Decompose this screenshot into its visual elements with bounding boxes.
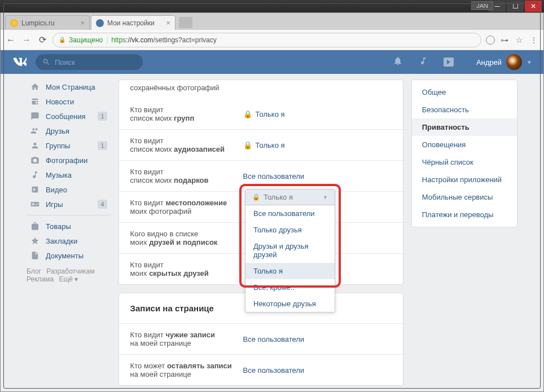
footer-devs[interactable]: Разработчикам <box>46 267 94 275</box>
left-nav: Моя Страница Новости Сообщения1 Друзья Г… <box>27 80 111 391</box>
camera-icon <box>30 156 40 165</box>
menu-icon[interactable]: ⋮ <box>529 36 539 45</box>
setting-row-others-posts: Кто видит чужие записина моей странице В… <box>119 324 403 355</box>
search-placeholder: Поиск <box>55 58 75 67</box>
user-menu[interactable]: Андрей ▼ <box>476 54 532 70</box>
tab-apps[interactable]: Настройки приложений <box>412 171 517 188</box>
groups-icon <box>30 141 40 150</box>
username-label: Андрей <box>476 58 502 67</box>
url-input[interactable]: 🔒 Защищено | https://vk.com/settings?act… <box>52 33 481 47</box>
play-button[interactable] <box>444 58 454 67</box>
extension-icon[interactable] <box>486 36 495 45</box>
setting-row-leave-posts: Кто может оставлять записина моей страни… <box>119 355 403 385</box>
lock-icon: 🔒 <box>59 37 65 43</box>
window-close-button[interactable]: ✕ <box>525 1 542 12</box>
dropdown-option[interactable]: Некоторые друзья <box>245 296 335 312</box>
footer-more[interactable]: Ещё ▾ <box>59 275 78 283</box>
dropdown-option[interactable]: Друзья и друзья друзей <box>245 238 335 263</box>
star-icon[interactable]: ☆ <box>514 36 524 45</box>
lock-icon: 🔒 <box>243 141 252 149</box>
setting-value[interactable]: Все пользователи <box>243 331 392 347</box>
nav-photos[interactable]: Фотографии <box>27 153 111 168</box>
footer-links: Блог Разработчикам Реклама Ещё ▾ <box>27 267 111 283</box>
reload-button[interactable]: ⟳ <box>37 34 48 45</box>
dropdown-selected[interactable]: 🔒 Только я ▼ <box>245 190 335 205</box>
setting-value[interactable]: 🔒Только я <box>243 105 392 122</box>
bag-icon <box>30 222 40 231</box>
setting-value[interactable]: Все пользователи <box>243 168 392 184</box>
favicon-lumpics <box>10 19 18 27</box>
setting-row-gifts: Кто видитсписок моих подарков Все пользо… <box>119 161 403 192</box>
window-maximize-button[interactable]: ☐ <box>507 1 524 12</box>
tab-label: Мои настройки <box>107 19 155 27</box>
setting-value[interactable]: Все пользователи <box>243 362 392 378</box>
chevron-down-icon: ▼ <box>323 195 328 200</box>
music-icon[interactable] <box>419 56 428 68</box>
notifications-icon[interactable] <box>393 56 403 68</box>
url-text: https://vk.com/settings?act=privacy <box>111 36 216 44</box>
titlebar-label: JAN <box>471 1 493 10</box>
new-tab-button[interactable] <box>179 17 192 28</box>
avatar <box>506 54 522 70</box>
forward-button[interactable]: → <box>21 35 32 45</box>
nav-games[interactable]: Игры4 <box>27 197 111 212</box>
tab-payments[interactable]: Платежи и переводы <box>412 206 517 223</box>
games-icon <box>30 200 40 209</box>
doc-icon <box>30 251 40 260</box>
search-input[interactable]: Поиск <box>36 54 143 70</box>
vk-header: Поиск Андрей ▼ <box>1 50 543 74</box>
home-icon <box>30 82 40 91</box>
address-bar: ← → ⟳ 🔒 Защищено | https://vk.com/settin… <box>1 30 543 50</box>
favicon-vk <box>96 19 104 27</box>
back-button[interactable]: ← <box>5 35 16 45</box>
video-icon <box>30 185 40 194</box>
badge: 4 <box>98 200 107 209</box>
nav-messages[interactable]: Сообщения1 <box>27 109 111 124</box>
nav-video[interactable]: Видео <box>27 182 111 197</box>
tab-security[interactable]: Безопасность <box>412 101 517 118</box>
lock-icon: 🔒 <box>243 110 252 118</box>
secure-label: Защищено <box>69 36 103 44</box>
nav-groups[interactable]: Группы1 <box>27 138 111 153</box>
messages-icon <box>30 112 40 121</box>
setting-row-truncated: сохранённых фотографий <box>119 80 403 99</box>
badge: 1 <box>98 141 107 150</box>
window-titlebar: JAN ─ ☐ ✕ <box>0 0 544 12</box>
dropdown-option[interactable]: Все, кроме.. <box>245 279 335 296</box>
tab-blacklist[interactable]: Чёрный список <box>412 153 517 171</box>
nav-docs[interactable]: Документы <box>27 248 111 263</box>
nav-bookmarks[interactable]: Закладки <box>27 234 111 248</box>
nav-music[interactable]: Музыка <box>27 168 111 182</box>
search-icon <box>42 58 50 66</box>
tab-notifications[interactable]: Оповещения <box>412 136 517 153</box>
badge: 1 <box>98 112 107 121</box>
setting-row-groups: Кто видитсписок моих групп 🔒Только я <box>119 99 403 130</box>
close-icon[interactable]: × <box>166 19 170 27</box>
vk-logo[interactable] <box>12 55 29 69</box>
close-icon[interactable]: × <box>80 19 85 27</box>
nav-friends[interactable]: Друзья <box>27 124 111 138</box>
settings-tabs: Общее Безопасность Приватность Оповещени… <box>411 80 517 227</box>
friends-icon <box>30 126 40 135</box>
dropdown-option[interactable]: Все пользователи <box>245 205 335 222</box>
nav-market[interactable]: Товары <box>27 219 111 234</box>
music-icon <box>30 170 40 179</box>
tab-mobile[interactable]: Мобильные сервисы <box>412 188 517 206</box>
key-icon[interactable]: ⊶ <box>499 36 510 45</box>
tab-privacy[interactable]: Приватность <box>412 118 517 136</box>
setting-value[interactable]: 🔒Только я <box>243 136 392 153</box>
tab-vk-settings[interactable]: Мои настройки × <box>91 15 176 30</box>
tab-strip: Lumpics.ru × Мои настройки × <box>1 13 543 30</box>
nav-mypage[interactable]: Моя Страница <box>27 80 111 94</box>
star-icon <box>30 236 40 245</box>
tab-lumpics[interactable]: Lumpics.ru × <box>5 15 90 30</box>
tab-general[interactable]: Общее <box>412 83 517 101</box>
dropdown-option[interactable]: Только друзья <box>245 222 335 238</box>
dropdown-option-selected[interactable]: Только я <box>245 263 335 279</box>
chevron-down-icon: ▼ <box>527 59 532 65</box>
footer-ads[interactable]: Реклама <box>27 275 54 283</box>
footer-blog[interactable]: Блог <box>27 267 41 275</box>
privacy-dropdown[interactable]: 🔒 Только я ▼ Все пользователи Только дру… <box>245 189 335 312</box>
lock-icon: 🔒 <box>252 193 260 201</box>
nav-news[interactable]: Новости <box>27 94 111 109</box>
